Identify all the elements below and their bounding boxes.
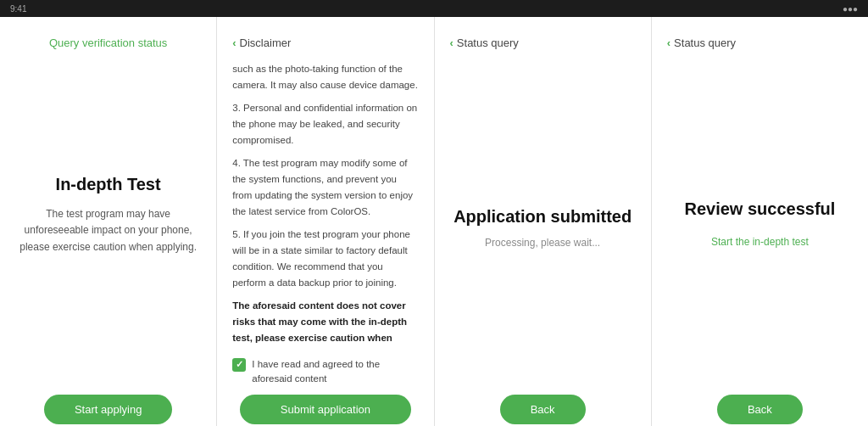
- disclaimer-line-4: 5. If you join the test program your pho…: [232, 227, 418, 291]
- panel3-title: Application submitted: [453, 207, 632, 227]
- disclaimer-text: such as the photo-taking function of the…: [232, 61, 418, 349]
- panel4-back-arrow[interactable]: ‹: [667, 36, 670, 49]
- checkbox-label: I have read and agreed to the aforesaid …: [252, 357, 418, 387]
- panel-review-successful: ‹ Status query Review successful Start t…: [652, 17, 868, 426]
- panel3-btn-row: Back: [450, 395, 636, 426]
- panel3-body: Application submitted Processing, please…: [450, 61, 636, 395]
- checkbox-row[interactable]: ✓ I have read and agreed to the aforesai…: [232, 357, 418, 387]
- panel1-btn-row: Start applying: [15, 395, 201, 426]
- panel-indepth-test: Query verification status In-depth Test …: [0, 17, 217, 426]
- submit-application-button[interactable]: Submit application: [240, 395, 411, 424]
- panel1-description: The test program may have unforeseeable …: [15, 206, 201, 255]
- panel3-back-button[interactable]: Back: [500, 395, 586, 424]
- panel4-body: Review successful Start the in-depth tes…: [667, 61, 853, 395]
- check-icon: ✓: [236, 360, 243, 369]
- panel4-header-title: Status query: [674, 36, 736, 49]
- disclaimer-line-5: The aforesaid content does not cover ris…: [232, 298, 418, 349]
- panel3-header-title: Status query: [457, 36, 519, 49]
- disclaimer-line-3: 4. The test program may modify some of t…: [232, 155, 418, 220]
- panel4-title: Review successful: [684, 199, 835, 219]
- panel1-header: Query verification status: [15, 34, 201, 51]
- panel2-header: ‹ Disclaimer: [232, 34, 418, 51]
- checkbox-agreed[interactable]: ✓: [232, 358, 246, 372]
- panel4-header: ‹ Status query: [667, 34, 853, 51]
- panel3-subtitle: Processing, please wait...: [485, 237, 600, 249]
- panel1-header-title: Query verification status: [15, 36, 201, 49]
- panel2-back-arrow[interactable]: ‹: [232, 36, 236, 49]
- panel1-title: In-depth Test: [56, 175, 161, 194]
- start-indepth-test-link[interactable]: Start the in-depth test: [711, 236, 809, 248]
- panel4-back-button[interactable]: Back: [717, 395, 803, 424]
- start-applying-button[interactable]: Start applying: [44, 395, 173, 424]
- panel2-header-title: Disclaimer: [240, 36, 292, 49]
- panel4-btn-row: Back: [667, 395, 853, 426]
- disclaimer-line-2: 3. Personal and confidential information…: [232, 100, 418, 149]
- panel2-body: such as the photo-taking function of the…: [232, 61, 418, 395]
- panel-disclaimer: ‹ Disclaimer such as the photo-taking fu…: [217, 17, 434, 426]
- panel2-btn-row: Submit application: [232, 395, 418, 426]
- panel3-back-arrow[interactable]: ‹: [450, 36, 453, 49]
- panel1-body: In-depth Test The test program may have …: [15, 61, 201, 395]
- panel3-header: ‹ Status query: [450, 34, 636, 51]
- panel-application-submitted: ‹ Status query Application submitted Pro…: [435, 17, 652, 426]
- disclaimer-line-1: such as the photo-taking function of the…: [232, 61, 418, 93]
